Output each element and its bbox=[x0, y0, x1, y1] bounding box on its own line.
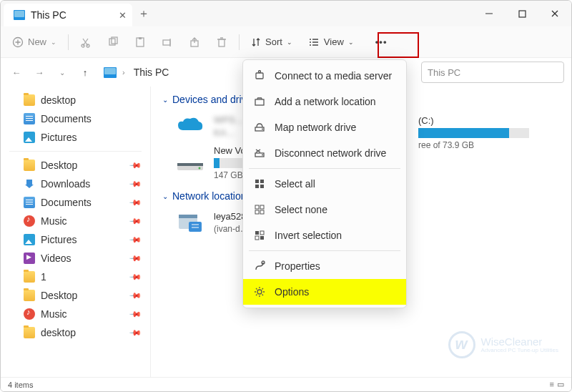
new-tab-button[interactable]: ＋ bbox=[132, 1, 155, 26]
section-title: Network locations bbox=[172, 190, 252, 202]
sort-icon bbox=[251, 37, 261, 47]
histdown-icon[interactable]: ⌄ bbox=[54, 64, 71, 81]
svg-line-67 bbox=[262, 288, 264, 290]
sidebar-item-pictures[interactable]: Pictures📌 bbox=[1, 230, 150, 249]
address-bar[interactable]: › This PC bbox=[99, 62, 176, 83]
back-button[interactable]: ← bbox=[8, 64, 25, 81]
sort-label: Sort bbox=[265, 36, 282, 47]
paste-button[interactable] bbox=[129, 31, 152, 54]
doc-icon bbox=[24, 197, 35, 208]
more-button[interactable]: ••• bbox=[364, 31, 399, 54]
sidebar-item-videos[interactable]: Videos📌 bbox=[1, 249, 150, 268]
sidebar-item-label: Desktop bbox=[41, 160, 77, 171]
options-icon bbox=[253, 285, 266, 298]
up-button[interactable]: ↑ bbox=[77, 64, 94, 81]
cut-button[interactable] bbox=[74, 31, 97, 54]
menu-invert-sel[interactable]: Invert selection bbox=[243, 222, 406, 248]
new-button[interactable]: New ⌄ bbox=[6, 31, 62, 54]
menu-label: Select none bbox=[275, 204, 327, 215]
minimize-button[interactable] bbox=[473, 1, 506, 26]
tiles-view-icon[interactable]: ▭ bbox=[557, 380, 564, 389]
sidebar-item-downloads[interactable]: Downloads📌 bbox=[1, 175, 150, 193]
sidebar-item-desktop[interactable]: desktop📌 bbox=[1, 323, 150, 342]
drive-name: (C:) bbox=[418, 115, 529, 126]
svg-line-64 bbox=[256, 288, 257, 290]
pin-icon: 📌 bbox=[128, 251, 142, 265]
folder-icon bbox=[24, 327, 35, 338]
menu-select-all[interactable]: Select all bbox=[243, 171, 406, 197]
sidebar: desktopDocumentsPicturesDesktop📌Download… bbox=[1, 87, 151, 377]
disconnect-drive-icon bbox=[253, 147, 266, 160]
wisecleaner-logo-icon bbox=[448, 331, 475, 358]
folder-icon bbox=[24, 94, 35, 106]
search-input[interactable]: This PC bbox=[421, 62, 564, 83]
pin-icon: 📌 bbox=[128, 270, 142, 283]
select-all-icon bbox=[253, 177, 266, 190]
svg-rect-47 bbox=[260, 180, 264, 183]
plus-circle-icon bbox=[12, 36, 24, 48]
music-icon bbox=[24, 215, 35, 227]
tab-thispc[interactable]: This PC ✕ bbox=[4, 4, 132, 26]
sort-button[interactable]: Sort ⌄ bbox=[245, 31, 298, 54]
doc-icon bbox=[24, 113, 35, 124]
copy-button[interactable] bbox=[102, 31, 124, 54]
sidebar-item-music[interactable]: Music📌 bbox=[1, 212, 150, 230]
sidebar-item-music[interactable]: Music📌 bbox=[1, 305, 150, 323]
drive-free: ree of 73.9 GB bbox=[418, 140, 529, 150]
svg-rect-29 bbox=[179, 215, 197, 218]
rename-button[interactable] bbox=[156, 31, 179, 54]
svg-rect-30 bbox=[189, 222, 202, 232]
view-button[interactable]: View ⌄ bbox=[302, 31, 360, 54]
chevron-down-icon: ⌄ bbox=[51, 39, 56, 46]
sidebar-item-documents[interactable]: Documents📌 bbox=[1, 193, 150, 212]
svg-rect-50 bbox=[255, 205, 259, 209]
cloud-icon bbox=[175, 111, 205, 141]
drive-sub: KA… bbox=[214, 127, 245, 138]
watermark-sub: Advanced PC Tune-up Utilities bbox=[481, 347, 559, 353]
down-icon bbox=[24, 178, 35, 190]
menu-connect-media[interactable]: Connect to a media server bbox=[243, 63, 406, 89]
sidebar-item-pictures[interactable]: Pictures bbox=[1, 128, 150, 147]
menu-map-drive[interactable]: Map network drive bbox=[243, 114, 406, 140]
pin-icon: 📌 bbox=[128, 232, 142, 246]
maximize-button[interactable] bbox=[506, 1, 538, 26]
titlebar: This PC ✕ ＋ bbox=[1, 1, 571, 26]
svg-point-59 bbox=[257, 290, 262, 294]
invert-sel-icon bbox=[253, 229, 266, 242]
menu-label: Connect to a media server bbox=[275, 70, 392, 82]
sidebar-item-documents[interactable]: Documents bbox=[1, 109, 150, 128]
sidebar-item-1[interactable]: 1📌 bbox=[1, 268, 150, 286]
menu-options[interactable]: Options bbox=[243, 279, 406, 305]
sidebar-item-label: Documents bbox=[41, 113, 92, 124]
select-none-icon bbox=[253, 203, 266, 216]
forward-button[interactable]: → bbox=[31, 64, 48, 81]
menu-add-netloc[interactable]: Add a network location bbox=[243, 89, 406, 114]
cut-icon bbox=[80, 36, 92, 48]
sidebar-item-label: Downloads bbox=[41, 178, 90, 190]
pin-icon: 📌 bbox=[128, 288, 142, 302]
share-button[interactable] bbox=[183, 31, 206, 54]
svg-rect-33 bbox=[256, 73, 263, 79]
sidebar-item-desktop[interactable]: Desktop📌 bbox=[1, 286, 150, 305]
sidebar-item-desktop[interactable]: desktop bbox=[1, 91, 150, 109]
status-bar: 4 items ≡ ▭ bbox=[1, 377, 571, 391]
menu-select-none[interactable]: Select none bbox=[243, 197, 406, 222]
menu-properties[interactable]: Properties bbox=[243, 253, 406, 279]
sidebar-item-label: Music bbox=[41, 215, 67, 227]
menu-disconnect-drive[interactable]: Disconnect network drive bbox=[243, 140, 406, 166]
music-icon bbox=[24, 308, 35, 320]
close-button[interactable] bbox=[538, 1, 571, 26]
watermark: WiseCleaner Advanced PC Tune-up Utilitie… bbox=[448, 331, 559, 358]
details-view-icon[interactable]: ≡ bbox=[550, 380, 554, 389]
svg-rect-13 bbox=[163, 40, 170, 45]
separator bbox=[239, 34, 240, 50]
breadcrumb[interactable]: This PC bbox=[131, 67, 172, 78]
delete-button[interactable] bbox=[210, 31, 233, 54]
svg-rect-16 bbox=[219, 39, 225, 46]
drive-c[interactable]: (C:) ree of 73.9 GB bbox=[418, 115, 529, 150]
svg-point-43 bbox=[262, 155, 263, 156]
connect-media-icon bbox=[253, 69, 266, 82]
sidebar-item-desktop[interactable]: Desktop📌 bbox=[1, 156, 150, 175]
close-tab-icon[interactable]: ✕ bbox=[119, 10, 127, 21]
pin-icon: 📌 bbox=[128, 177, 142, 190]
